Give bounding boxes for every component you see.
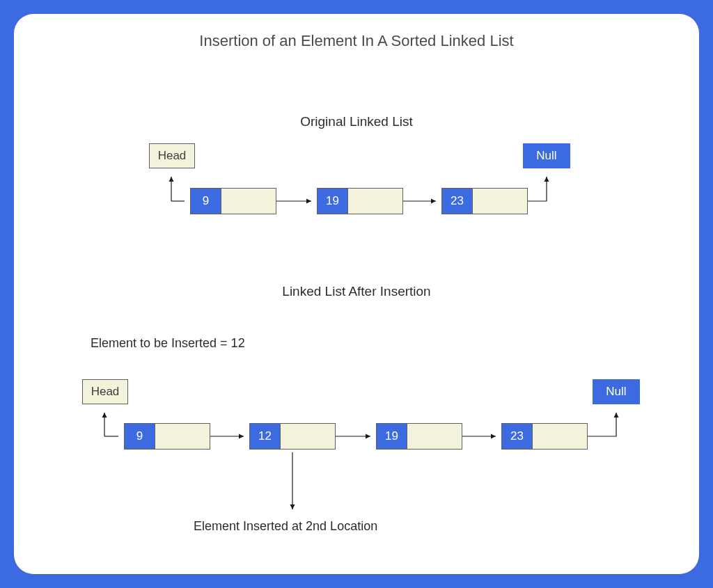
node-1-1: 19 bbox=[317, 188, 403, 214]
node-2-3: 23 bbox=[501, 423, 588, 450]
null-label-2: Null bbox=[606, 385, 626, 399]
node-1-0: 9 bbox=[190, 188, 276, 214]
diagram-canvas: Insertion of an Element In A Sorted Link… bbox=[14, 14, 699, 574]
node-1-0-pointer bbox=[221, 189, 276, 214]
callout-text: Element Inserted at 2nd Location bbox=[194, 519, 377, 534]
head-box-2: Head bbox=[82, 379, 128, 404]
section2-heading: Linked List After Insertion bbox=[14, 284, 699, 299]
diagram-title: Insertion of an Element In A Sorted Link… bbox=[14, 14, 699, 50]
node-1-0-value: 9 bbox=[191, 189, 221, 214]
node-2-1-value: 12 bbox=[250, 424, 281, 449]
node-2-0-pointer bbox=[155, 424, 210, 449]
section1-heading: Original Linked List bbox=[14, 114, 699, 129]
head-label-1: Head bbox=[158, 149, 187, 163]
node-1-2-value: 23 bbox=[442, 189, 473, 214]
node-2-1-pointer bbox=[281, 424, 335, 449]
node-1-1-value: 19 bbox=[318, 189, 348, 214]
null-label-1: Null bbox=[536, 149, 556, 163]
node-2-3-pointer bbox=[533, 424, 587, 449]
head-label-2: Head bbox=[91, 385, 120, 399]
node-2-1: 12 bbox=[249, 423, 336, 450]
node-2-3-value: 23 bbox=[502, 424, 533, 449]
node-2-2-value: 19 bbox=[377, 424, 407, 449]
node-2-2: 19 bbox=[376, 423, 462, 450]
head-box-1: Head bbox=[149, 143, 195, 168]
null-box-2: Null bbox=[593, 379, 640, 404]
node-1-1-pointer bbox=[348, 189, 402, 214]
node-2-0-value: 9 bbox=[125, 424, 155, 449]
null-box-1: Null bbox=[523, 143, 570, 168]
node-1-2-pointer bbox=[473, 189, 527, 214]
insert-note: Element to be Inserted = 12 bbox=[91, 336, 245, 351]
node-2-2-pointer bbox=[407, 424, 462, 449]
node-2-0: 9 bbox=[124, 423, 210, 450]
node-1-2: 23 bbox=[441, 188, 528, 214]
